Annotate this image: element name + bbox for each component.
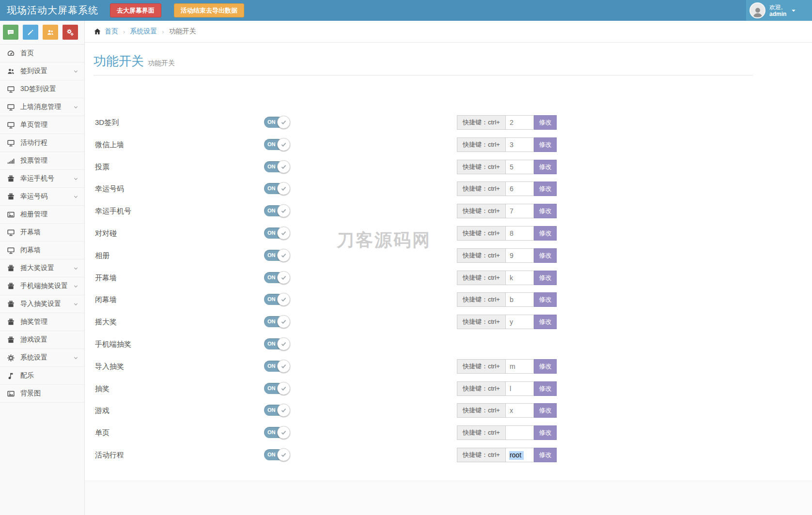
shortcut-input[interactable] <box>506 115 534 130</box>
shortcut-input[interactable] <box>506 204 534 218</box>
gift-icon <box>7 300 15 308</box>
feature-row: 相册 ON 快捷键：ctrl+修改 <box>85 248 812 263</box>
toggle-opening-wall[interactable]: ON <box>264 272 283 283</box>
sidebar-item-import-lottery[interactable]: 导入抽奖设置 <box>0 295 84 313</box>
toggle-match[interactable]: ON <box>264 227 283 239</box>
sidebar-item-event-schedule[interactable]: 活动行程 <box>0 134 84 152</box>
sidebar-item-lucky-phone[interactable]: 幸运手机号 <box>0 170 84 188</box>
pencil-icon[interactable] <box>23 25 38 40</box>
shortcut-input[interactable] <box>506 292 534 307</box>
shortcut-input[interactable] <box>506 359 534 374</box>
modify-button[interactable]: 修改 <box>534 204 557 218</box>
gift-icon <box>7 336 15 344</box>
users-icon[interactable] <box>43 25 58 40</box>
modify-button[interactable]: 修改 <box>534 271 557 285</box>
username: admin <box>769 11 786 17</box>
modify-button[interactable]: 修改 <box>534 315 557 329</box>
sidebar-item-game-settings[interactable]: 游戏设置 <box>0 331 84 349</box>
go-bigscreen-button[interactable]: 去大屏幕界面 <box>110 3 161 17</box>
feature-label: 微信上墙 <box>95 137 124 152</box>
modify-button[interactable]: 修改 <box>534 160 557 174</box>
sidebar-item-background[interactable]: 背景图 <box>0 385 84 403</box>
breadcrumb-home[interactable]: 首页 <box>105 27 118 36</box>
modify-button[interactable]: 修改 <box>534 425 557 440</box>
shortcut-input[interactable] <box>506 226 534 241</box>
shortcut-input[interactable] <box>506 403 534 418</box>
toggle-lucky-phone[interactable]: ON <box>264 205 283 216</box>
toggle-import-lottery[interactable]: ON <box>264 361 283 372</box>
sidebar-item-singlepage-mgmt[interactable]: 单页管理 <box>0 116 84 134</box>
feature-label: 相册 <box>95 248 109 263</box>
modify-button[interactable]: 修改 <box>534 359 557 374</box>
shortcut-group: 快捷键：ctrl+修改 <box>457 182 557 196</box>
toggle-album[interactable]: ON <box>264 250 283 261</box>
modify-button[interactable]: 修改 <box>534 381 557 396</box>
feature-label: 幸运手机号 <box>95 204 131 218</box>
modify-button[interactable]: 修改 <box>534 292 557 307</box>
sidebar-item-checkin-settings[interactable]: 签到设置 <box>0 62 84 80</box>
shortcut-input[interactable] <box>506 160 534 174</box>
shortcut-input[interactable] <box>506 381 534 396</box>
modify-button[interactable]: 修改 <box>534 448 557 462</box>
modify-button[interactable]: 修改 <box>534 115 557 130</box>
modify-button[interactable]: 修改 <box>534 226 557 241</box>
sidebar-item-shake-prize[interactable]: 摇大奖设置 <box>0 259 84 277</box>
feature-row: 微信上墙 ON 快捷键：ctrl+修改 <box>85 137 812 152</box>
check-icon <box>277 337 290 350</box>
toggle-mobile-lottery[interactable]: ON <box>264 338 283 349</box>
sidebar: 首页 签到设置 3D签到设置 上墙消息管理 单页管理 活动行程 投票管理 幸运手… <box>0 21 85 515</box>
shortcut-input[interactable] <box>506 137 534 152</box>
shortcut-input[interactable] <box>506 315 534 329</box>
modify-button[interactable]: 修改 <box>534 403 557 418</box>
sidebar-item-3d-checkin[interactable]: 3D签到设置 <box>0 80 84 98</box>
chevron-down-icon <box>73 105 78 110</box>
sidebar-item-wall-messages[interactable]: 上墙消息管理 <box>0 98 84 116</box>
toggle-lottery[interactable]: ON <box>264 383 283 394</box>
toggle-wechat-wall[interactable]: ON <box>264 139 283 150</box>
sidebar-item-closing-wall[interactable]: 闭幕墙 <box>0 242 84 259</box>
export-data-button[interactable]: 活动结束去导出数据 <box>174 3 244 17</box>
toggle-vote[interactable]: ON <box>264 161 283 172</box>
gears-icon[interactable] <box>62 25 78 40</box>
modify-button[interactable]: 修改 <box>534 248 557 263</box>
shortcut-input[interactable] <box>506 182 534 196</box>
sidebar-item-home[interactable]: 首页 <box>0 45 84 62</box>
check-icon <box>277 138 290 151</box>
sidebar-item-label: 闭幕墙 <box>20 246 41 255</box>
sidebar-item-opening-wall[interactable]: 开幕墙 <box>0 224 84 242</box>
sidebar-item-lucky-number[interactable]: 幸运号码 <box>0 188 84 206</box>
feature-label: 摇大奖 <box>95 315 117 329</box>
gear-icon <box>7 354 15 362</box>
toggle-singlepage[interactable]: ON <box>264 427 283 438</box>
toggle-event-schedule[interactable]: ON <box>264 449 283 460</box>
shortcut-prefix: 快捷键：ctrl+ <box>457 115 506 130</box>
shortcut-input[interactable] <box>506 425 534 440</box>
user-menu[interactable]: 欢迎, admin <box>746 0 812 21</box>
sidebar-item-system-settings[interactable]: 系统设置 <box>0 349 84 367</box>
shortcut-input[interactable] <box>506 248 534 263</box>
caret-down-icon <box>791 8 796 14</box>
sidebar-item-album-mgmt[interactable]: 相册管理 <box>0 206 84 224</box>
modify-button[interactable]: 修改 <box>534 137 557 152</box>
shortcut-group: 快捷键：ctrl+修改 <box>457 292 557 307</box>
chevron-down-icon <box>73 355 78 361</box>
modify-button[interactable]: 修改 <box>534 182 557 196</box>
breadcrumb-section[interactable]: 系统设置 <box>130 27 157 36</box>
chevron-down-icon <box>73 69 78 74</box>
toggle-closing-wall[interactable]: ON <box>264 294 283 305</box>
toggle-3d-checkin[interactable]: ON <box>264 117 283 128</box>
shortcut-group: 快捷键：ctrl+修改 <box>457 271 557 285</box>
shortcut-input[interactable] <box>506 271 534 285</box>
sidebar-item-mobile-lottery[interactable]: 手机端抽奖设置 <box>0 277 84 295</box>
app-title: 现场活动大屏幕系统 <box>0 4 98 17</box>
sidebar-item-lottery-mgmt[interactable]: 抽奖管理 <box>0 313 84 331</box>
shortcut-prefix: 快捷键：ctrl+ <box>457 248 506 263</box>
toggle-lucky-number[interactable]: ON <box>264 183 283 194</box>
toggle-shake-prize[interactable]: ON <box>264 316 283 327</box>
shortcut-input[interactable] <box>506 448 534 462</box>
sidebar-item-vote-mgmt[interactable]: 投票管理 <box>0 152 84 170</box>
toggle-game[interactable]: ON <box>264 405 283 416</box>
check-icon <box>277 404 290 417</box>
chat-icon[interactable] <box>3 25 18 40</box>
sidebar-item-music[interactable]: 配乐 <box>0 367 84 385</box>
